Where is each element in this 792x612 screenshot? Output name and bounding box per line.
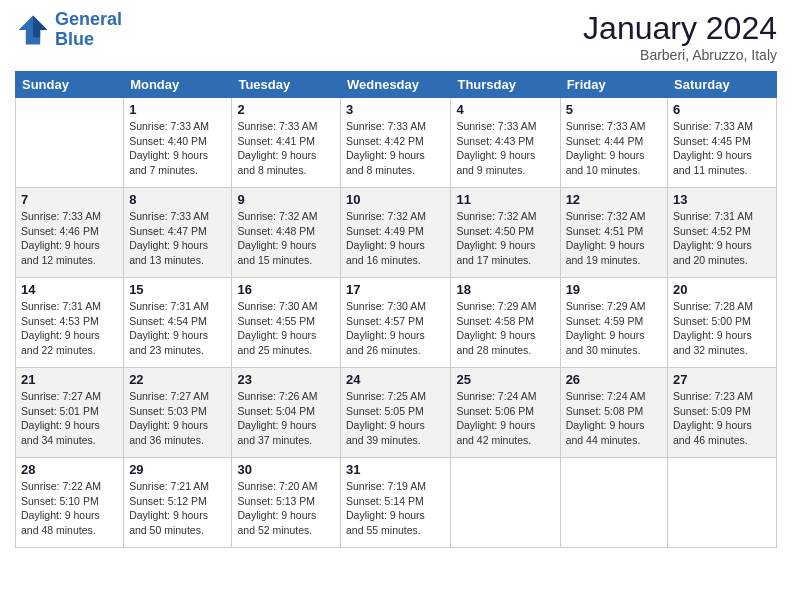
day-number: 3 — [346, 102, 445, 117]
logo-general: General — [55, 9, 122, 29]
calendar-cell: 28Sunrise: 7:22 AM Sunset: 5:10 PM Dayli… — [16, 458, 124, 548]
day-number: 31 — [346, 462, 445, 477]
day-number: 1 — [129, 102, 226, 117]
calendar-cell: 25Sunrise: 7:24 AM Sunset: 5:06 PM Dayli… — [451, 368, 560, 458]
calendar-cell: 8Sunrise: 7:33 AM Sunset: 4:47 PM Daylig… — [124, 188, 232, 278]
calendar-week-2: 7Sunrise: 7:33 AM Sunset: 4:46 PM Daylig… — [16, 188, 777, 278]
calendar-cell: 11Sunrise: 7:32 AM Sunset: 4:50 PM Dayli… — [451, 188, 560, 278]
day-info: Sunrise: 7:23 AM Sunset: 5:09 PM Dayligh… — [673, 389, 771, 448]
calendar-cell: 9Sunrise: 7:32 AM Sunset: 4:48 PM Daylig… — [232, 188, 341, 278]
calendar-cell: 23Sunrise: 7:26 AM Sunset: 5:04 PM Dayli… — [232, 368, 341, 458]
calendar-cell: 1Sunrise: 7:33 AM Sunset: 4:40 PM Daylig… — [124, 98, 232, 188]
day-info: Sunrise: 7:33 AM Sunset: 4:44 PM Dayligh… — [566, 119, 662, 178]
calendar-body: 1Sunrise: 7:33 AM Sunset: 4:40 PM Daylig… — [16, 98, 777, 548]
day-info: Sunrise: 7:30 AM Sunset: 4:57 PM Dayligh… — [346, 299, 445, 358]
day-info: Sunrise: 7:19 AM Sunset: 5:14 PM Dayligh… — [346, 479, 445, 538]
day-number: 28 — [21, 462, 118, 477]
calendar-cell: 31Sunrise: 7:19 AM Sunset: 5:14 PM Dayli… — [341, 458, 451, 548]
day-number: 27 — [673, 372, 771, 387]
day-number: 15 — [129, 282, 226, 297]
calendar-cell: 18Sunrise: 7:29 AM Sunset: 4:58 PM Dayli… — [451, 278, 560, 368]
calendar-cell: 12Sunrise: 7:32 AM Sunset: 4:51 PM Dayli… — [560, 188, 667, 278]
day-info: Sunrise: 7:26 AM Sunset: 5:04 PM Dayligh… — [237, 389, 335, 448]
calendar-cell: 29Sunrise: 7:21 AM Sunset: 5:12 PM Dayli… — [124, 458, 232, 548]
day-number: 23 — [237, 372, 335, 387]
day-number: 4 — [456, 102, 554, 117]
logo-text: General Blue — [55, 10, 122, 50]
calendar-cell: 3Sunrise: 7:33 AM Sunset: 4:42 PM Daylig… — [341, 98, 451, 188]
calendar-cell: 6Sunrise: 7:33 AM Sunset: 4:45 PM Daylig… — [668, 98, 777, 188]
day-info: Sunrise: 7:29 AM Sunset: 4:58 PM Dayligh… — [456, 299, 554, 358]
day-info: Sunrise: 7:31 AM Sunset: 4:54 PM Dayligh… — [129, 299, 226, 358]
calendar-cell: 16Sunrise: 7:30 AM Sunset: 4:55 PM Dayli… — [232, 278, 341, 368]
day-info: Sunrise: 7:27 AM Sunset: 5:01 PM Dayligh… — [21, 389, 118, 448]
calendar-week-5: 28Sunrise: 7:22 AM Sunset: 5:10 PM Dayli… — [16, 458, 777, 548]
day-number: 13 — [673, 192, 771, 207]
calendar-week-1: 1Sunrise: 7:33 AM Sunset: 4:40 PM Daylig… — [16, 98, 777, 188]
calendar-cell: 26Sunrise: 7:24 AM Sunset: 5:08 PM Dayli… — [560, 368, 667, 458]
calendar-cell: 5Sunrise: 7:33 AM Sunset: 4:44 PM Daylig… — [560, 98, 667, 188]
day-number: 18 — [456, 282, 554, 297]
calendar-cell: 17Sunrise: 7:30 AM Sunset: 4:57 PM Dayli… — [341, 278, 451, 368]
calendar-cell: 30Sunrise: 7:20 AM Sunset: 5:13 PM Dayli… — [232, 458, 341, 548]
calendar: SundayMondayTuesdayWednesdayThursdayFrid… — [15, 71, 777, 548]
day-number: 11 — [456, 192, 554, 207]
day-number: 7 — [21, 192, 118, 207]
day-number: 17 — [346, 282, 445, 297]
logo-blue: Blue — [55, 29, 94, 49]
logo-icon — [15, 12, 51, 48]
calendar-cell: 15Sunrise: 7:31 AM Sunset: 4:54 PM Dayli… — [124, 278, 232, 368]
weekday-monday: Monday — [124, 72, 232, 98]
day-info: Sunrise: 7:30 AM Sunset: 4:55 PM Dayligh… — [237, 299, 335, 358]
day-number: 21 — [21, 372, 118, 387]
day-number: 16 — [237, 282, 335, 297]
weekday-saturday: Saturday — [668, 72, 777, 98]
calendar-cell: 10Sunrise: 7:32 AM Sunset: 4:49 PM Dayli… — [341, 188, 451, 278]
day-number: 20 — [673, 282, 771, 297]
day-info: Sunrise: 7:28 AM Sunset: 5:00 PM Dayligh… — [673, 299, 771, 358]
day-info: Sunrise: 7:31 AM Sunset: 4:52 PM Dayligh… — [673, 209, 771, 268]
day-info: Sunrise: 7:31 AM Sunset: 4:53 PM Dayligh… — [21, 299, 118, 358]
location-subtitle: Barberi, Abruzzo, Italy — [583, 47, 777, 63]
day-info: Sunrise: 7:29 AM Sunset: 4:59 PM Dayligh… — [566, 299, 662, 358]
calendar-cell: 27Sunrise: 7:23 AM Sunset: 5:09 PM Dayli… — [668, 368, 777, 458]
day-info: Sunrise: 7:32 AM Sunset: 4:48 PM Dayligh… — [237, 209, 335, 268]
day-info: Sunrise: 7:22 AM Sunset: 5:10 PM Dayligh… — [21, 479, 118, 538]
day-info: Sunrise: 7:24 AM Sunset: 5:08 PM Dayligh… — [566, 389, 662, 448]
calendar-cell: 20Sunrise: 7:28 AM Sunset: 5:00 PM Dayli… — [668, 278, 777, 368]
day-info: Sunrise: 7:33 AM Sunset: 4:41 PM Dayligh… — [237, 119, 335, 178]
calendar-cell: 4Sunrise: 7:33 AM Sunset: 4:43 PM Daylig… — [451, 98, 560, 188]
day-number: 30 — [237, 462, 335, 477]
day-number: 22 — [129, 372, 226, 387]
calendar-cell: 14Sunrise: 7:31 AM Sunset: 4:53 PM Dayli… — [16, 278, 124, 368]
day-number: 25 — [456, 372, 554, 387]
day-info: Sunrise: 7:33 AM Sunset: 4:42 PM Dayligh… — [346, 119, 445, 178]
calendar-cell — [451, 458, 560, 548]
calendar-cell: 24Sunrise: 7:25 AM Sunset: 5:05 PM Dayli… — [341, 368, 451, 458]
calendar-cell — [668, 458, 777, 548]
header: General Blue January 2024 Barberi, Abruz… — [15, 10, 777, 63]
day-number: 14 — [21, 282, 118, 297]
weekday-wednesday: Wednesday — [341, 72, 451, 98]
weekday-friday: Friday — [560, 72, 667, 98]
day-number: 6 — [673, 102, 771, 117]
logo: General Blue — [15, 10, 122, 50]
day-number: 26 — [566, 372, 662, 387]
day-number: 24 — [346, 372, 445, 387]
weekday-thursday: Thursday — [451, 72, 560, 98]
day-info: Sunrise: 7:27 AM Sunset: 5:03 PM Dayligh… — [129, 389, 226, 448]
day-info: Sunrise: 7:21 AM Sunset: 5:12 PM Dayligh… — [129, 479, 226, 538]
calendar-cell: 2Sunrise: 7:33 AM Sunset: 4:41 PM Daylig… — [232, 98, 341, 188]
title-block: January 2024 Barberi, Abruzzo, Italy — [583, 10, 777, 63]
day-info: Sunrise: 7:33 AM Sunset: 4:45 PM Dayligh… — [673, 119, 771, 178]
weekday-sunday: Sunday — [16, 72, 124, 98]
weekday-tuesday: Tuesday — [232, 72, 341, 98]
day-info: Sunrise: 7:20 AM Sunset: 5:13 PM Dayligh… — [237, 479, 335, 538]
day-info: Sunrise: 7:33 AM Sunset: 4:40 PM Dayligh… — [129, 119, 226, 178]
calendar-cell — [560, 458, 667, 548]
day-number: 9 — [237, 192, 335, 207]
day-info: Sunrise: 7:32 AM Sunset: 4:51 PM Dayligh… — [566, 209, 662, 268]
day-number: 5 — [566, 102, 662, 117]
day-number: 8 — [129, 192, 226, 207]
calendar-cell: 21Sunrise: 7:27 AM Sunset: 5:01 PM Dayli… — [16, 368, 124, 458]
